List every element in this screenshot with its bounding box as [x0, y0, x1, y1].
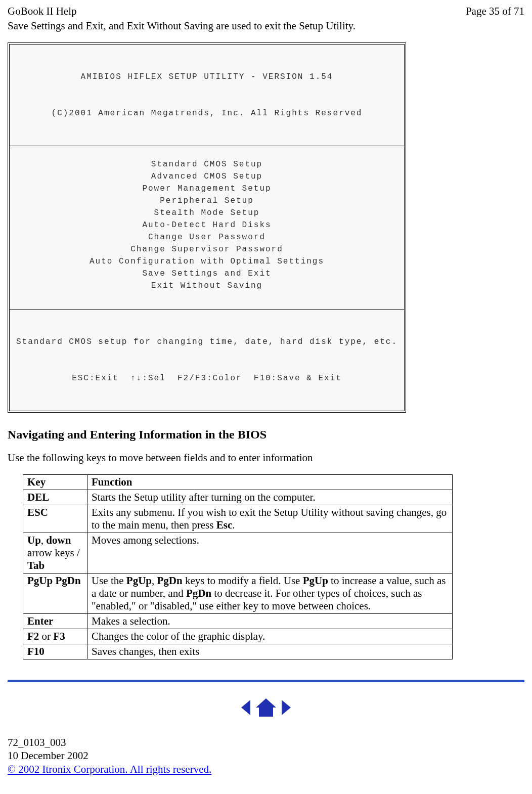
nav-icons — [8, 697, 524, 721]
bios-title-2: (C)2001 American Megatrends, Inc. All Ri… — [14, 107, 400, 119]
cell-key: PgUp PgDn — [23, 574, 87, 614]
table-row: DELStarts the Setup utility after turnin… — [23, 490, 453, 505]
table-row: PgUp PgDnUse the PgUp, PgDn keys to modi… — [23, 574, 453, 614]
cell-function: Starts the Setup utility after turning o… — [87, 490, 453, 505]
next-icon[interactable] — [280, 699, 293, 719]
cell-key: DEL — [23, 490, 87, 505]
page-indicator: Page 35 of 71 — [466, 5, 524, 18]
table-header-row: Key Function — [23, 475, 453, 490]
bios-header: AMIBIOS HIFLEX SETUP UTILITY - VERSION 1… — [10, 45, 404, 146]
cell-function: Use the PgUp, PgDn keys to modify a fiel… — [87, 574, 453, 614]
svg-marker-1 — [256, 698, 276, 717]
section-heading: Navigating and Entering Information in t… — [8, 428, 524, 442]
prev-icon[interactable] — [239, 699, 252, 719]
table-row: Up, down arrow keys / TabMoves among sel… — [23, 533, 453, 574]
bios-title-1: AMIBIOS HIFLEX SETUP UTILITY - VERSION 1… — [14, 71, 400, 83]
bios-footer: Standard CMOS setup for changing time, d… — [10, 309, 404, 411]
table-row: ESCExits any submenu. If you wish to exi… — [23, 505, 453, 533]
copyright-link[interactable]: © 2002 Itronix Corporation. All rights r… — [8, 763, 211, 775]
cell-key: Enter — [23, 614, 87, 629]
bios-footer-2: ESC:Exit ↑↓:Sel F2/F3:Color F10:Save & E… — [14, 372, 400, 384]
bios-footer-1: Standard CMOS setup for changing time, d… — [14, 336, 400, 348]
col-function: Function — [87, 475, 453, 490]
bios-menu: Standard CMOS Setup Advanced CMOS Setup … — [10, 146, 404, 309]
cell-key: ESC — [23, 505, 87, 533]
doc-footer: 72_0103_003 10 December 2002 © 2002 Itro… — [8, 736, 524, 776]
table-row: EnterMakes a selection. — [23, 614, 453, 629]
home-icon[interactable] — [255, 697, 277, 721]
svg-marker-2 — [282, 700, 291, 715]
cell-function: Saves changes, then exits — [87, 644, 453, 659]
cell-function: Makes a selection. — [87, 614, 453, 629]
col-key: Key — [23, 475, 87, 490]
divider-blue — [8, 680, 524, 682]
cell-key: F10 — [23, 644, 87, 659]
cell-key: F2 or F3 — [23, 629, 87, 644]
doc-number: 72_0103_003 — [8, 736, 524, 749]
cell-function: Changes the color of the graphic display… — [87, 629, 453, 644]
section-text: Use the following keys to move between f… — [8, 452, 524, 464]
table-row: F2 or F3Changes the color of the graphic… — [23, 629, 453, 644]
doc-title: GoBook II Help — [8, 5, 76, 18]
doc-date: 10 December 2002 — [8, 749, 524, 762]
bios-screenshot: AMIBIOS HIFLEX SETUP UTILITY - VERSION 1… — [8, 42, 406, 413]
svg-marker-0 — [241, 700, 250, 715]
top-bar: GoBook II Help Page 35 of 71 — [8, 5, 524, 18]
cell-key: Up, down arrow keys / Tab — [23, 533, 87, 574]
cell-function: Moves among selections. — [87, 533, 453, 574]
intro-text: Save Settings and Exit, and Exit Without… — [8, 20, 524, 32]
cell-function: Exits any submenu. If you wish to exit t… — [87, 505, 453, 533]
key-function-table: Key Function DELStarts the Setup utility… — [23, 474, 453, 659]
table-row: F10Saves changes, then exits — [23, 644, 453, 659]
